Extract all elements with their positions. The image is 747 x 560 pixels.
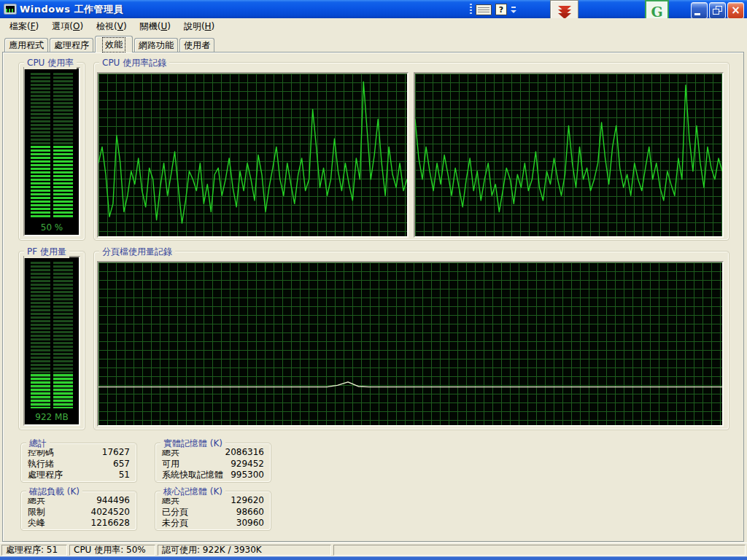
restore-button[interactable] xyxy=(709,2,726,19)
cpu-usage-group: CPU 使用率 50 % xyxy=(18,57,85,241)
menu-view[interactable]: 檢視(V) xyxy=(90,19,133,34)
stat-row: 系統快取記憶體995300 xyxy=(162,470,264,481)
totals-group: 總計 控制碼17627 執行緒657 處理程序51 xyxy=(20,438,137,483)
kernel-memory-group: 核心記憶體 (K) 總共129620 已分頁98660 未分頁30960 xyxy=(155,486,271,531)
window-title: Windows 工作管理員 xyxy=(20,3,123,16)
help-icon[interactable]: ? xyxy=(495,4,507,15)
tab-networking[interactable]: 網路功能 xyxy=(134,38,178,52)
cpu-history-graph-1 xyxy=(97,72,409,238)
minimize-button[interactable] xyxy=(691,2,708,19)
menu-shutdown[interactable]: 關機(U) xyxy=(133,19,177,34)
stat-row: 可用929452 xyxy=(162,459,264,470)
task-manager-window: Windows 工作管理員 ? G × 檔案(F) 選項(O) 檢視(V) 關機… xyxy=(0,0,747,560)
pf-usage-value: 922 MB xyxy=(25,412,79,422)
menu-options[interactable]: 選項(O) xyxy=(45,19,90,34)
pf-usage-label: PF 使用量 xyxy=(24,246,69,258)
tab-processes[interactable]: 處理程序 xyxy=(50,38,93,52)
totals-label: 總計 xyxy=(26,438,50,450)
stat-row: 未分頁30960 xyxy=(162,518,264,529)
status-filler xyxy=(333,545,746,556)
pf-usage-group: PF 使用量 922 MB xyxy=(18,246,85,430)
commit-charge-group: 確認負載 (K) 總共944496 限制4024520 尖峰1216628 xyxy=(20,486,137,531)
pagefile-history-label: 分頁檔使用量記錄 xyxy=(99,246,175,258)
titlebar: Windows 工作管理員 xyxy=(0,0,747,18)
menu-file[interactable]: 檔案(F) xyxy=(3,19,45,34)
language-bar: ? xyxy=(470,3,516,16)
stat-row: 限制4024520 xyxy=(28,507,130,518)
cpu-usage-gauge: 50 % xyxy=(23,67,80,236)
menu-help[interactable]: 說明(H) xyxy=(177,19,221,34)
cpu-history-graph-2 xyxy=(414,72,724,238)
menu-bar: 檔案(F) 選項(O) 檢視(V) 關機(U) 說明(H) xyxy=(0,18,747,34)
status-bar: 處理程序: 51 CPU 使用率: 50% 認可使用: 922K / 3930K xyxy=(0,542,747,556)
tab-applications[interactable]: 應用程式 xyxy=(4,38,48,52)
task-manager-icon xyxy=(4,4,17,15)
status-commit-charge: 認可使用: 922K / 3930K xyxy=(158,545,331,556)
status-cpu-usage: CPU 使用率: 50% xyxy=(69,545,155,556)
cpu-history-group: CPU 使用率記錄 xyxy=(93,57,729,241)
tab-performance[interactable]: 效能 xyxy=(95,36,133,52)
tab-users[interactable]: 使用者 xyxy=(179,38,214,52)
stat-row: 尖峰1216628 xyxy=(28,518,130,529)
close-button[interactable]: × xyxy=(727,2,744,19)
stat-row: 處理程序51 xyxy=(28,470,130,481)
pf-usage-gauge: 922 MB xyxy=(23,256,80,426)
taskbar-edge[interactable] xyxy=(0,556,747,560)
cpu-usage-label: CPU 使用率 xyxy=(24,57,77,69)
kernel-memory-label: 核心記憶體 (K) xyxy=(160,486,225,498)
stat-row: 已分頁98660 xyxy=(162,507,264,518)
pagefile-history-group: 分頁檔使用量記錄 xyxy=(93,246,729,430)
physical-memory-group: 實體記憶體 (K) 總共2086316 可用929452 系統快取記憶體9953… xyxy=(155,438,271,483)
pagefile-history-graph xyxy=(97,261,724,427)
commit-charge-label: 確認負載 (K) xyxy=(26,486,82,498)
physical-memory-label: 實體記憶體 (K) xyxy=(160,438,225,450)
keyboard-icon[interactable] xyxy=(476,4,492,15)
cpu-history-label: CPU 使用率記錄 xyxy=(99,57,169,69)
drag-handle-icon[interactable] xyxy=(470,4,472,15)
window-controls: × xyxy=(691,2,744,19)
cpu-usage-value: 50 % xyxy=(25,222,79,233)
stat-row: 執行緒657 xyxy=(28,459,130,470)
status-processes: 處理程序: 51 xyxy=(1,545,67,556)
language-bar-options-icon[interactable] xyxy=(511,7,516,13)
